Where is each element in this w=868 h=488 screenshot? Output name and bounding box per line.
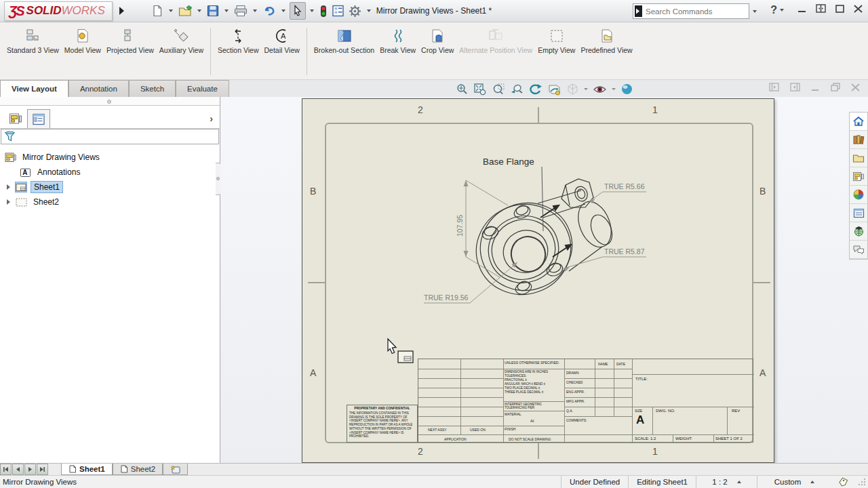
drawing-sheet[interactable]: 2 1 2 1 B A B A (302, 98, 774, 463)
tree-item-sheet2[interactable]: Sheet2 (0, 195, 220, 209)
sheet1-tab[interactable]: Sheet1 (61, 464, 113, 475)
sheet2-tab[interactable]: Sheet2 (113, 464, 163, 475)
properties-button[interactable] (330, 2, 346, 20)
tag-button[interactable] (831, 476, 856, 488)
tab-evaluate[interactable]: Evaluate (176, 80, 229, 97)
panel-splitter[interactable] (0, 97, 220, 106)
projected-view-button[interactable]: Projected View (104, 26, 157, 56)
design-library-button[interactable] (850, 131, 867, 149)
display-style-caret[interactable] (584, 88, 588, 90)
menu-flyout-arrow-icon[interactable] (119, 7, 124, 15)
pane-right-button[interactable] (790, 83, 800, 92)
dim-radius3[interactable]: TRUE R19.56 (424, 293, 469, 302)
zoom-in-out-button[interactable] (492, 83, 505, 96)
prev-sheet-button[interactable] (12, 464, 24, 475)
tab-view-palette-panel[interactable] (4, 109, 27, 128)
doc-restore-button[interactable] (831, 83, 840, 92)
new-dropdown-caret[interactable] (169, 9, 173, 12)
options-dropdown-caret[interactable] (367, 9, 371, 12)
new-document-button[interactable] (150, 2, 165, 20)
tree-filter-row[interactable] (1, 129, 219, 144)
search-commands-box[interactable] (633, 3, 749, 19)
maximize-button[interactable] (835, 5, 844, 13)
help-dropdown-caret[interactable] (780, 9, 784, 12)
save-button[interactable] (205, 2, 220, 20)
tab-feature-tree-panel[interactable] (27, 109, 50, 128)
add-sheet-tab[interactable] (163, 464, 188, 475)
pane-left-button[interactable] (769, 83, 779, 92)
3d-drawing-view-button[interactable] (547, 83, 561, 96)
doc-minimize-button[interactable] (811, 83, 820, 92)
standard-3-view-button[interactable]: Standard 3 View (4, 26, 62, 56)
options-button[interactable] (347, 2, 363, 20)
previous-view-button[interactable] (510, 83, 524, 96)
panel-expand-arrow[interactable]: › (210, 113, 213, 124)
rotate-view-button[interactable] (528, 83, 542, 96)
last-sheet-button[interactable] (37, 464, 48, 475)
undo-button[interactable] (261, 2, 277, 20)
expand-arrow-icon[interactable] (4, 184, 12, 190)
empty-view-button[interactable]: Empty View (535, 26, 578, 56)
select-dropdown-caret[interactable] (310, 9, 314, 12)
hide-show-caret[interactable] (612, 88, 616, 90)
detail-view-button[interactable]: A Detail View (262, 26, 302, 56)
minimize-button[interactable] (797, 5, 806, 13)
tb-material-value: Al (530, 419, 534, 423)
break-view-button[interactable]: Break View (377, 26, 418, 56)
select-tool-button[interactable] (290, 2, 306, 20)
appearances-button[interactable] (850, 186, 867, 204)
expand-arrow-icon[interactable] (4, 199, 12, 205)
hide-show-items-button[interactable] (593, 83, 607, 96)
save-dropdown-caret[interactable] (224, 9, 229, 12)
doc-close-button[interactable] (851, 83, 860, 92)
resize-grip[interactable] (857, 477, 867, 487)
tb-weight: WEIGHT: (675, 436, 692, 441)
help-button[interactable]: ? (770, 4, 777, 16)
tab-view-layout[interactable]: View Layout (0, 80, 68, 97)
view-palette-button[interactable] (850, 167, 867, 186)
file-explorer-button[interactable] (850, 149, 867, 167)
tab-sketch[interactable]: Sketch (129, 80, 176, 97)
open-dropdown-caret[interactable] (197, 9, 201, 12)
restore-panes-button[interactable] (816, 4, 826, 13)
command-tab-row: View Layout Annotation Sketch Evaluate (0, 80, 868, 97)
solidworks-logo[interactable]: ƷS SOLIDWORKS (4, 1, 113, 21)
auxiliary-view-button[interactable]: Auxiliary View (157, 26, 206, 56)
undo-dropdown-caret[interactable] (281, 9, 285, 12)
sheet-scale-dropdown[interactable]: 1 : 2 (696, 476, 757, 488)
tab-annotation[interactable]: Annotation (68, 80, 129, 97)
filter-funnel-icon (4, 131, 16, 142)
stoplight-button[interactable] (318, 2, 329, 20)
dim-radius2[interactable]: TRUE R5.87 (604, 247, 645, 256)
next-sheet-button[interactable] (24, 464, 36, 475)
dim-radius1[interactable]: TRUE R5.66 (604, 182, 645, 190)
tree-root-drawing[interactable]: Mirror Drawing Views (0, 150, 220, 165)
open-button[interactable] (177, 2, 193, 20)
tree-item-annotations[interactable]: A Annotations (0, 165, 220, 180)
zoom-to-fit-button[interactable] (456, 83, 469, 96)
print-dropdown-caret[interactable] (253, 9, 257, 12)
custom-properties-button[interactable] (850, 204, 867, 222)
display-mode-dropdown[interactable]: Custom (757, 476, 831, 488)
tb-material: MATERIAL (505, 412, 521, 416)
apply-scene-button[interactable] (620, 83, 633, 96)
comments-button[interactable] (850, 241, 867, 259)
close-button[interactable] (854, 5, 863, 13)
tree-item-sheet1[interactable]: Sheet1 (0, 180, 220, 195)
predefined-view-button[interactable]: Predefined View (578, 26, 635, 56)
search-input[interactable] (642, 7, 750, 16)
print-button[interactable] (233, 2, 249, 20)
search-dropdown-caret[interactable] (753, 10, 757, 13)
display-style-button[interactable] (566, 83, 579, 96)
model-view-button[interactable]: Model View (62, 26, 104, 56)
section-view-button[interactable]: Section View (215, 26, 262, 56)
broken-out-section-button[interactable]: Broken-out Section (311, 26, 377, 56)
crop-view-button[interactable]: Crop View (418, 26, 456, 56)
home-tab-button[interactable] (850, 113, 867, 131)
zoom-to-area-button[interactable] (473, 83, 487, 96)
forum-button[interactable] (850, 222, 867, 241)
graphics-viewport[interactable]: 2 1 2 1 B A B A (220, 97, 868, 463)
view-label[interactable]: Base Flange (483, 157, 534, 167)
first-sheet-button[interactable] (0, 464, 12, 475)
dim-height[interactable]: 107.95 (456, 215, 464, 237)
